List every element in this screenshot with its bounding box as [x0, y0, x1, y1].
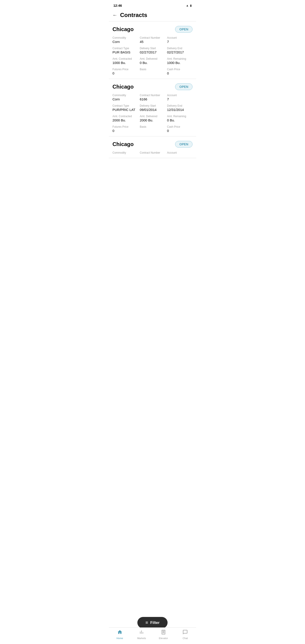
amt-delivered-label-1: Amt. Delivered — [140, 57, 165, 60]
contract-card-2: Chicago OPEN Commodity Corn Contract Num… — [109, 79, 196, 136]
status-time: 12:46 — [113, 4, 122, 8]
contracts-list: Chicago OPEN Commodity Corn Contract Num… — [109, 22, 196, 176]
futures-price-field-1: Futures Price 0 — [112, 68, 138, 75]
account-field-1: Account 7 — [167, 36, 192, 44]
delivery-start-label-2: Delivery Start — [140, 104, 165, 107]
amt-contracted-field-2: Amt. Contracted 2000 Bu. — [112, 115, 138, 122]
contract-card-3: Chicago OPEN Commodity Contract Number A… — [109, 136, 196, 158]
contract-number-field-2: Contract Number 6166 — [140, 94, 165, 101]
futures-price-label-1: Futures Price — [112, 68, 138, 71]
location-name-1: Chicago — [112, 26, 134, 32]
cash-price-label-1: Cash Price — [167, 68, 192, 71]
delivery-end-value-1: 02/27/2017 — [167, 50, 192, 54]
amt-contracted-value-1: 1000 Bu. — [112, 61, 138, 64]
account-label-3: Account — [167, 151, 192, 154]
delivery-end-value-2: 12/31/2014 — [167, 108, 192, 112]
account-label-1: Account — [167, 36, 192, 39]
contract-number-label-3: Contract Number — [140, 151, 165, 154]
commodity-field-1: Commodity Corn — [112, 36, 138, 44]
open-badge-3[interactable]: OPEN — [175, 141, 192, 148]
location-name-3: Chicago — [112, 141, 134, 147]
cash-price-label-2: Cash Price — [167, 125, 192, 128]
contract-type-label-2: Contract Type — [112, 104, 138, 107]
fields-grid-1: Commodity Corn Contract Number 45 Accoun… — [112, 36, 192, 75]
futures-price-label-2: Futures Price — [112, 125, 138, 128]
status-bar: 12:46 ▲ ▮ — [109, 0, 196, 10]
basis-label-2: Basis — [140, 125, 165, 128]
amt-remaining-field-1: Amt. Remaining 1000 Bu. — [167, 57, 192, 64]
cash-price-field-2: Cash Price 0 — [167, 125, 192, 132]
amt-remaining-field-2: Amt. Remaining 0 Bu. — [167, 115, 192, 122]
contract-type-label-1: Contract Type — [112, 47, 138, 50]
delivery-start-value-1: 02/27/2017 — [140, 50, 165, 54]
account-value-1: 7 — [167, 40, 192, 44]
status-icons: ▲ ▮ — [186, 4, 192, 7]
delivery-start-label-1: Delivery Start — [140, 47, 165, 50]
amt-delivered-label-2: Amt. Delivered — [140, 115, 165, 118]
commodity-label-1: Commodity — [112, 36, 138, 39]
futures-price-value-2: 0 — [112, 129, 138, 132]
contract-type-field-1: Contract Type PUR BASIS — [112, 47, 138, 54]
commodity-label-3: Commodity — [112, 151, 138, 154]
amt-remaining-label-2: Amt. Remaining — [167, 115, 192, 118]
basis-label-1: Basis — [140, 68, 165, 71]
delivery-end-field-2: Delivery End 12/31/2014 — [167, 104, 192, 112]
account-field-2: Account 7 — [167, 94, 192, 101]
delivery-end-field-1: Delivery End 02/27/2017 — [167, 47, 192, 54]
contract-number-label-2: Contract Number — [140, 94, 165, 97]
delivery-start-field-2: Delivery Start 09/01/2014 — [140, 104, 165, 112]
wifi-icon: ▲ — [186, 4, 189, 7]
account-value-2: 7 — [167, 97, 192, 101]
basis-field-1: Basis — [140, 68, 165, 75]
commodity-value-2: Corn — [112, 97, 138, 101]
contract-type-field-2: Contract Type PUR/PRIC LAT — [112, 104, 138, 112]
futures-price-value-1: 0 — [112, 71, 138, 75]
amt-delivered-value-2: 2000 Bu. — [140, 118, 165, 122]
open-badge-2[interactable]: OPEN — [175, 84, 192, 90]
delivery-end-label-2: Delivery End — [167, 104, 192, 107]
delivery-start-field-1: Delivery Start 02/27/2017 — [140, 47, 165, 54]
amt-remaining-label-1: Amt. Remaining — [167, 57, 192, 60]
amt-contracted-label-2: Amt. Contracted — [112, 115, 138, 118]
contract-type-value-2: PUR/PRIC LAT — [112, 108, 138, 112]
cash-price-field-1: Cash Price 0 — [167, 68, 192, 75]
amt-remaining-value-1: 1000 Bu. — [167, 61, 192, 64]
amt-contracted-value-2: 2000 Bu. — [112, 118, 138, 122]
open-badge-1[interactable]: OPEN — [175, 26, 192, 33]
basis-field-2: Basis — [140, 125, 165, 132]
back-button[interactable]: ← — [112, 12, 118, 18]
cash-price-value-1: 0 — [167, 71, 192, 75]
commodity-label-2: Commodity — [112, 94, 138, 97]
contract-card-1: Chicago OPEN Commodity Corn Contract Num… — [109, 22, 196, 79]
account-field-3: Account — [167, 151, 192, 154]
fields-grid-3: Commodity Contract Number Account — [112, 151, 192, 154]
cash-price-value-2: 0 — [167, 129, 192, 132]
contract-number-field-1: Contract Number 45 — [140, 36, 165, 44]
amt-delivered-value-1: 0 Bu. — [140, 61, 165, 64]
amt-delivered-field-1: Amt. Delivered 0 Bu. — [140, 57, 165, 64]
card-header-2: Chicago OPEN — [112, 84, 192, 90]
contract-number-value-1: 45 — [140, 40, 165, 44]
location-name-2: Chicago — [112, 84, 134, 90]
amt-remaining-value-2: 0 Bu. — [167, 118, 192, 122]
card-header-1: Chicago OPEN — [112, 26, 192, 33]
page-title: Contracts — [120, 12, 147, 18]
delivery-start-value-2: 09/01/2014 — [140, 108, 165, 112]
commodity-field-2: Commodity Corn — [112, 94, 138, 101]
amt-contracted-field-1: Amt. Contracted 1000 Bu. — [112, 57, 138, 64]
contract-number-field-3: Contract Number — [140, 151, 165, 154]
commodity-field-3: Commodity — [112, 151, 138, 154]
commodity-value-1: Corn — [112, 40, 138, 44]
contract-number-label-1: Contract Number — [140, 36, 165, 39]
contract-type-value-1: PUR BASIS — [112, 50, 138, 54]
futures-price-field-2: Futures Price 0 — [112, 125, 138, 132]
battery-icon: ▮ — [190, 4, 192, 7]
fields-grid-2: Commodity Corn Contract Number 6166 Acco… — [112, 94, 192, 132]
card-header-3: Chicago OPEN — [112, 141, 192, 148]
account-label-2: Account — [167, 94, 192, 97]
amt-delivered-field-2: Amt. Delivered 2000 Bu. — [140, 115, 165, 122]
amt-contracted-label-1: Amt. Contracted — [112, 57, 138, 60]
header: ← Contracts — [109, 10, 196, 22]
delivery-end-label-1: Delivery End — [167, 47, 192, 50]
contract-number-value-2: 6166 — [140, 97, 165, 101]
